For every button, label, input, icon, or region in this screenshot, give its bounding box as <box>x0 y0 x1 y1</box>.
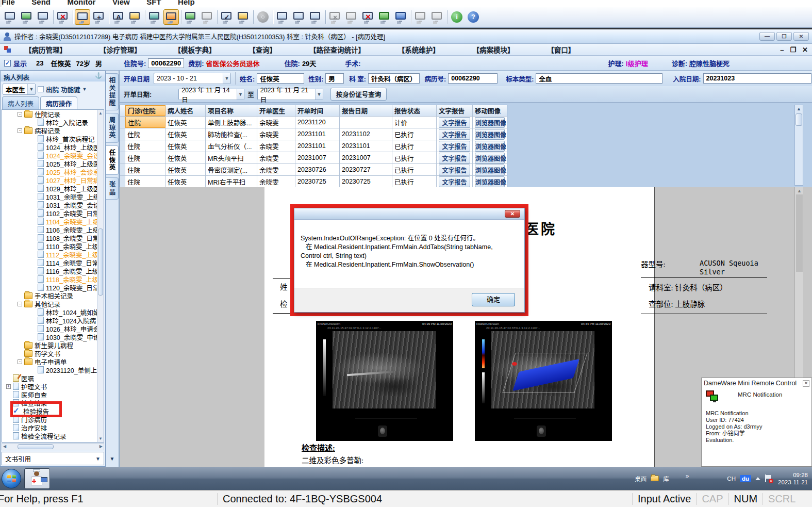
tree-toggle[interactable]: + <box>6 384 11 389</box>
chevron-down-icon[interactable]: ▼ <box>223 73 230 84</box>
table-row[interactable]: 住院 任恢英 MRI右手平扫 余晓雯 20230725 20230725 已执行… <box>120 176 507 188</box>
tree-toggle[interactable]: - <box>18 128 22 133</box>
tray-overflow-chevron[interactable]: » <box>686 472 689 480</box>
remote-menu-item[interactable]: 【病案模块】 <box>473 46 515 54</box>
sep[interactable] <box>409 9 412 25</box>
language-indicator[interactable]: CH <box>727 476 736 482</box>
fullscreen-icon[interactable] <box>75 9 90 25</box>
tree-vertical-scrollbar[interactable]: ▲ ▼ <box>97 110 104 442</box>
scroll-down-icon[interactable]: ▼ <box>110 456 115 462</box>
chevron-down-icon[interactable]: ▼ <box>95 456 101 462</box>
tree-toggle[interactable]: - <box>18 359 22 364</box>
sep[interactable] <box>324 9 327 25</box>
column-header[interactable]: 文字报告 <box>437 105 473 116</box>
disconnect-icon[interactable]: × <box>55 9 71 25</box>
screenshot-icon[interactable] <box>275 9 290 25</box>
date-to-picker[interactable]: 2023 年 11 月 21 日 ▼ <box>257 89 323 100</box>
remote-menu-item[interactable]: 【诊疗管理】 <box>100 46 141 54</box>
column-header[interactable]: 项目名称 <box>206 105 257 116</box>
refresh-screen-icon[interactable] <box>163 9 179 25</box>
column-header[interactable]: 报告日期 <box>340 105 392 116</box>
browser-image-button[interactable]: 浏览器图像 <box>475 141 505 152</box>
tree-item[interactable]: 医嘱 <box>2 374 104 382</box>
text-report-button[interactable]: 文字报告 <box>439 176 470 187</box>
chevron-down-icon[interactable]: ▼ <box>27 84 35 94</box>
keyboard-lock-icon[interactable] <box>127 9 143 25</box>
multi-monitor-copy-icon[interactable] <box>344 9 359 25</box>
scroll-right-icon[interactable]: ▶ <box>100 444 103 449</box>
remote-menu-item[interactable]: 【系统维护】 <box>398 46 440 54</box>
column-header[interactable]: 开单医生 <box>257 105 295 116</box>
scroll-up-icon[interactable]: ▲ <box>797 106 801 111</box>
remote-connect-icon[interactable] <box>3 9 18 25</box>
sidebar-tab[interactable]: 病历操作 <box>40 96 77 109</box>
scroll-down-icon[interactable]: ▼ <box>98 436 103 441</box>
column-header[interactable]: 病人姓名 <box>165 105 206 116</box>
sidebar-tab[interactable]: 病人列表 <box>2 96 39 109</box>
view-options-icon[interactable] <box>147 9 162 25</box>
scrollbar-thumb[interactable] <box>796 113 802 126</box>
column-header[interactable]: 开单时间 <box>295 105 340 116</box>
remote-menu-item[interactable]: 【查询】 <box>248 46 276 54</box>
table-vertical-scrollbar[interactable]: ▲ <box>794 105 803 186</box>
browser-image-button[interactable]: 浏览器图像 <box>475 129 505 140</box>
local-cursor-icon[interactable] <box>200 9 215 25</box>
library-folder-icon[interactable] <box>651 476 659 481</box>
sex-field[interactable]: 男 <box>325 73 344 84</box>
scrollbar-thumb[interactable] <box>98 228 103 296</box>
doc-reference-bar[interactable]: 文书引用 ▼ <box>2 452 104 465</box>
column-header[interactable]: 报告状态 <box>392 105 437 116</box>
chevron-down-icon[interactable]: ▼ <box>82 87 87 92</box>
audio-icon[interactable]: ○ <box>255 9 271 25</box>
patient-vertical-tab[interactable]: 任恢英 <box>106 145 119 175</box>
row-selector[interactable] <box>120 152 125 163</box>
table-row[interactable]: 住院 任恢英 肺功能检查(... 余晓雯 20231101 20231102 已… <box>120 128 507 140</box>
table-row[interactable]: 住院 任恢英 MR头颅平扫 余晓雯 20231007 20231007 已执行 … <box>120 152 507 164</box>
mdi-close-button[interactable]: ✕ <box>802 46 808 54</box>
text-report-button[interactable]: 文字报告 <box>439 165 470 175</box>
column-header[interactable]: 门诊/住院 <box>125 105 165 116</box>
sep[interactable] <box>52 9 55 25</box>
patient-vertical-tab[interactable]: 相关提醒 <box>106 73 119 110</box>
font-settings-icon[interactable]: A <box>111 9 126 25</box>
doctor-filter-select[interactable]: 本医生 ▼ <box>3 84 36 95</box>
settings-wrench-icon[interactable] <box>236 9 251 25</box>
close-button[interactable]: ✕ <box>793 32 809 41</box>
tree-horizontal-scrollbar[interactable]: ◀ ▶ <box>2 443 104 450</box>
browser-image-button[interactable]: 浏览器图像 <box>475 176 505 187</box>
table-row[interactable]: 住院 任恢英 骨密度测定(... 余晓雯 20230726 20230727 已… <box>120 164 507 176</box>
tree-item[interactable]: 检验全流程记录 <box>2 432 104 440</box>
text-report-button[interactable]: 文字报告 <box>439 153 470 163</box>
host-menu-item[interactable]: View <box>112 0 130 6</box>
show-checkbox[interactable]: ✓ <box>4 60 11 67</box>
remote-menu-item[interactable]: 【窗口】 <box>547 46 575 54</box>
pin-icon[interactable]: ⚓ <box>95 72 102 80</box>
windows-copy-icon[interactable] <box>413 9 428 25</box>
text-report-button[interactable]: 文字报告 <box>439 129 470 140</box>
host-menu-item[interactable]: Help <box>178 0 195 6</box>
multi-monitor-disconnect-icon[interactable]: × <box>327 9 343 25</box>
chat-monitor-icon[interactable] <box>19 9 35 25</box>
host-menu-item[interactable]: Send <box>31 0 51 6</box>
close-icon[interactable]: ✕ <box>505 210 520 218</box>
sep[interactable] <box>271 9 274 25</box>
keyboard-unlock-icon[interactable] <box>429 9 445 25</box>
library-label[interactable]: 库 <box>663 475 669 483</box>
remote-menu-item[interactable]: 【模板字典】 <box>174 46 216 54</box>
row-selector[interactable] <box>120 176 125 187</box>
order-date-select[interactable]: 2023 - 10 - 21 ▼ <box>154 73 231 84</box>
pointer-menu-icon[interactable] <box>36 9 51 25</box>
ime-indicator[interactable]: du <box>740 475 751 482</box>
browser-image-button[interactable]: 浏览器图像 <box>475 153 505 163</box>
taskbar-app-medical[interactable] <box>24 468 50 489</box>
sep[interactable] <box>216 9 219 25</box>
sep[interactable] <box>107 9 110 25</box>
scroll-left-icon[interactable]: ◀ <box>3 444 6 449</box>
admission-no-field[interactable]: 00062290 <box>148 58 184 68</box>
tree-toggle[interactable]: - <box>18 112 22 117</box>
tree-toggle[interactable]: - <box>18 302 22 306</box>
tree-item[interactable]: 医师自查 <box>2 390 104 399</box>
scrollbar-thumb[interactable] <box>18 444 54 449</box>
dept-field[interactable]: 针灸科（病区） <box>368 73 420 84</box>
start-button[interactable] <box>2 469 21 488</box>
